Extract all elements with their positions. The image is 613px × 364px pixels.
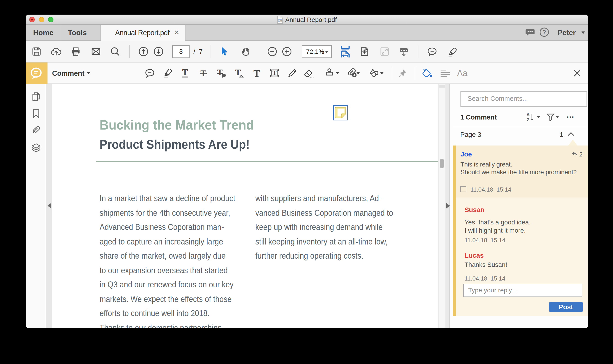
svg-text:T: T (253, 68, 260, 78)
svg-text:A: A (526, 112, 530, 117)
svg-text:T: T (235, 68, 241, 77)
svg-text:T: T (201, 69, 206, 78)
svg-text:T: T (182, 67, 188, 77)
svg-text:?: ? (542, 29, 546, 36)
svg-text:T: T (272, 70, 276, 76)
svg-text:Z: Z (527, 117, 530, 122)
